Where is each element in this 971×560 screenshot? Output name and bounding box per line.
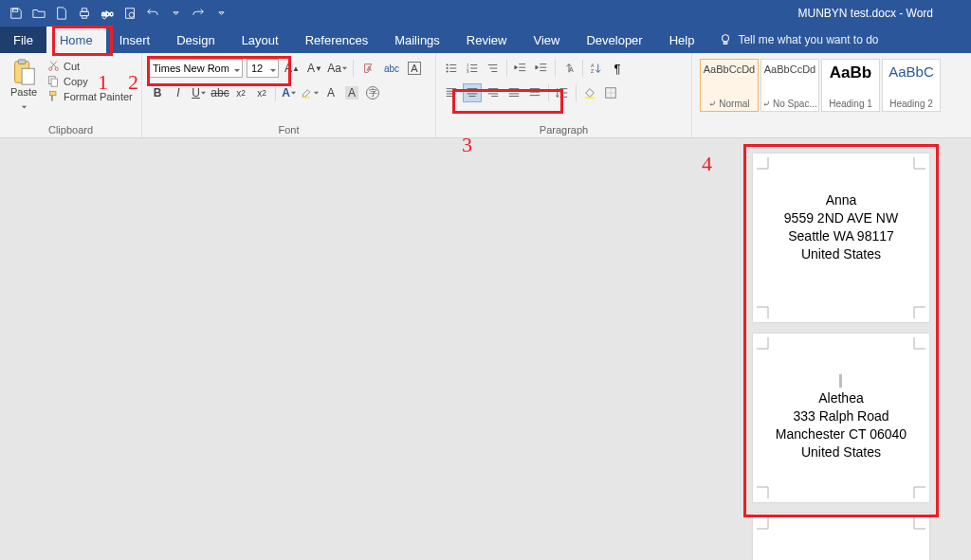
justify-button[interactable]	[504, 83, 523, 102]
svg-rect-11	[51, 79, 58, 86]
tab-help[interactable]: Help	[656, 27, 708, 53]
increase-indent-button[interactable]	[532, 59, 551, 78]
bold-button[interactable]: B	[148, 83, 167, 102]
style-preview: AaBb	[830, 63, 871, 82]
underline-button[interactable]: U	[190, 83, 209, 102]
phonetic-guide-button[interactable]: abc	[382, 59, 401, 78]
chevron-down-icon	[21, 98, 27, 115]
qat-customize-icon[interactable]	[211, 3, 231, 24]
text-direction-button[interactable]: A	[559, 59, 578, 78]
grow-font-button[interactable]: A▲	[283, 59, 302, 78]
ribbon-tabs: File Home Insert Design Layout Reference…	[0, 27, 971, 53]
undo-icon[interactable]	[142, 3, 163, 24]
new-doc-icon[interactable]	[51, 3, 72, 24]
borders-button[interactable]	[601, 83, 620, 102]
tab-layout[interactable]: Layout	[229, 27, 292, 53]
font-size-combo[interactable]	[247, 59, 279, 78]
tab-review[interactable]: Review	[453, 27, 521, 53]
save-icon[interactable]	[6, 3, 27, 24]
style-preview: AaBbC	[889, 63, 934, 80]
label-line: United States	[753, 443, 929, 461]
label-line: United States	[753, 245, 929, 263]
table-corner-marker	[757, 305, 770, 318]
distributed-button[interactable]	[525, 83, 544, 102]
sort-button[interactable]: AZ	[587, 59, 606, 78]
table-corner-marker	[757, 517, 770, 531]
tell-me-search[interactable]: Tell me what you want to do	[719, 27, 878, 53]
svg-point-4	[723, 35, 729, 42]
paste-label: Paste	[10, 86, 37, 98]
tab-home[interactable]: Home	[46, 27, 106, 53]
superscript-button[interactable]: x2	[252, 83, 271, 102]
document-title: MUNBYN test.docx - Word	[798, 7, 933, 20]
shading-button[interactable]	[580, 83, 599, 102]
address-label-card[interactable]: Alethea 333 Ralph Road Manchester CT 060…	[753, 334, 929, 502]
label-line: 333 Ralph Road	[753, 407, 929, 425]
undo-dropdown-icon[interactable]	[165, 3, 186, 24]
title-bar: abc MUNBYN test.docx - Word	[0, 0, 971, 27]
separator	[275, 84, 276, 101]
enclose-char-button[interactable]: 字	[363, 83, 382, 102]
font-name-combo[interactable]	[148, 59, 243, 78]
align-right-button[interactable]	[484, 83, 503, 102]
cut-button[interactable]: Cut	[47, 60, 133, 72]
font-size-input[interactable]	[247, 59, 279, 78]
tab-mailings[interactable]: Mailings	[381, 27, 453, 53]
table-corner-marker	[912, 517, 925, 531]
decrease-indent-button[interactable]	[511, 59, 530, 78]
font-name-input[interactable]	[148, 59, 243, 78]
copy-button[interactable]: Copy	[47, 75, 133, 87]
italic-button[interactable]: I	[169, 83, 188, 102]
tab-view[interactable]: View	[520, 27, 573, 53]
label-line: Manchester CT 06040	[753, 425, 929, 443]
clear-formatting-button[interactable]: A	[359, 59, 378, 78]
align-center-button[interactable]	[463, 83, 482, 102]
table-corner-marker	[757, 485, 770, 498]
bullets-icon	[445, 62, 458, 75]
style-name-label: ⤶ Normal	[708, 99, 749, 109]
style-no-spacing[interactable]: AaBbCcDd ⤶ No Spac...	[760, 59, 819, 112]
bullets-button[interactable]	[442, 59, 461, 78]
style-heading-2[interactable]: AaBbC Heading 2	[882, 59, 941, 112]
style-heading-1[interactable]: AaBb Heading 1	[821, 59, 880, 112]
shrink-font-button[interactable]: A▼	[305, 59, 324, 78]
align-center-icon	[466, 86, 479, 99]
document-canvas[interactable]: Anna 9559 2ND AVE NW Seattle WA 98117 Un…	[0, 138, 971, 560]
open-icon[interactable]	[28, 3, 49, 24]
line-spacing-button[interactable]	[553, 83, 572, 102]
show-marks-button[interactable]: ¶	[608, 59, 627, 78]
separator	[582, 60, 583, 77]
highlight-button[interactable]	[301, 83, 320, 102]
font-color-button[interactable]: A	[321, 83, 340, 102]
tab-file[interactable]: File	[0, 27, 46, 53]
table-corner-marker	[912, 305, 925, 318]
quick-access-toolbar: abc	[0, 3, 231, 24]
distributed-icon	[528, 86, 541, 99]
redo-icon[interactable]	[188, 3, 209, 24]
tab-insert[interactable]: Insert	[106, 27, 164, 53]
tab-design[interactable]: Design	[163, 27, 228, 53]
spelling-icon[interactable]: abc	[97, 3, 118, 24]
subscript-button[interactable]: x2	[231, 83, 250, 102]
paste-button[interactable]: Paste	[6, 56, 42, 115]
align-left-button[interactable]	[442, 83, 461, 102]
numbering-button[interactable]: 123	[463, 59, 482, 78]
address-label-card[interactable]	[753, 514, 929, 560]
char-shading-button[interactable]: A	[342, 83, 361, 102]
tab-developer[interactable]: Developer	[573, 27, 655, 53]
strikethrough-button[interactable]: abc	[211, 83, 229, 102]
label-name: Alethea	[753, 389, 929, 407]
print-preview-icon[interactable]	[119, 3, 140, 24]
multilevel-list-button[interactable]	[484, 59, 503, 78]
svg-point-15	[447, 63, 449, 65]
character-border-button[interactable]: A	[405, 59, 424, 78]
text-effects-button[interactable]: A	[280, 83, 299, 102]
change-case-button[interactable]: Aa	[328, 59, 347, 78]
copy-icon	[47, 75, 60, 87]
style-normal[interactable]: AaBbCcDd ⤶ Normal	[700, 59, 759, 112]
separator	[576, 84, 577, 101]
tab-references[interactable]: References	[292, 27, 381, 53]
quick-print-icon[interactable]	[74, 3, 95, 24]
format-painter-button[interactable]: Format Painter	[47, 90, 133, 102]
address-label-card[interactable]: Anna 9559 2ND AVE NW Seattle WA 98117 Un…	[753, 154, 929, 322]
